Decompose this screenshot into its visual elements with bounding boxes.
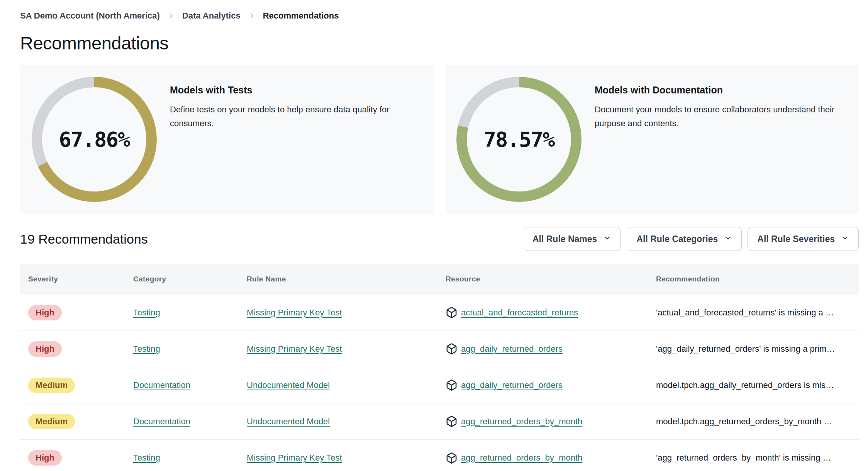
recommendation-text: model.tpch.agg_returned_orders_by_month … — [656, 417, 859, 427]
column-header-severity: Severity — [20, 275, 133, 283]
column-header-rule-name: Rule Name — [247, 275, 446, 283]
category-link[interactable]: Testing — [133, 308, 160, 317]
chevron-right-icon — [167, 12, 175, 20]
all-rule-severities-dropdown[interactable]: All Rule Severities — [748, 227, 859, 251]
models-with-documentation-donut-chart: 78.57% — [456, 77, 581, 202]
cube-icon — [446, 343, 458, 355]
recommendations-page: SA Demo Account (North America) Data Ana… — [0, 0, 868, 471]
card-text: Models with Tests Define tests on your m… — [170, 77, 417, 202]
category-link[interactable]: Testing — [133, 344, 160, 354]
resource-link[interactable]: agg_returned_orders_by_month — [461, 453, 582, 463]
breadcrumb-account-link[interactable]: SA Demo Account (North America) — [20, 11, 160, 21]
chevron-right-icon — [248, 12, 256, 20]
severity-badge: High — [28, 305, 62, 320]
resource-link[interactable]: agg_daily_returned_orders — [461, 380, 563, 390]
resource-link[interactable]: agg_returned_orders_by_month — [461, 417, 582, 427]
column-header-category: Category — [133, 275, 247, 283]
chevron-down-icon — [603, 234, 611, 244]
cube-icon — [446, 307, 458, 319]
page-title: Recommendations — [20, 32, 859, 54]
severity-badge: Medium — [28, 414, 75, 429]
resource-link[interactable]: actual_and_forecasted_returns — [461, 308, 578, 318]
card-description: Document your models to ensure collabora… — [595, 103, 842, 131]
dropdown-label: All Rule Categories — [636, 234, 718, 244]
chevron-down-icon — [724, 234, 732, 244]
list-header-row: 19 Recommendations All Rule Names All Ru… — [20, 227, 859, 251]
card-description: Define tests on your models to help ensu… — [170, 103, 417, 131]
table-header-row: Severity Category Rule Name Resource Rec… — [20, 264, 859, 295]
category-link[interactable]: Documentation — [133, 417, 190, 426]
rule-name-link[interactable]: Missing Primary Key Test — [247, 308, 342, 317]
breadcrumb-current: Recommendations — [263, 11, 339, 21]
recommendations-table: Severity Category Rule Name Resource Rec… — [20, 264, 859, 471]
recommendations-count-heading: 19 Recommendations — [20, 232, 148, 247]
severity-badge: High — [28, 341, 62, 357]
rule-name-link[interactable]: Missing Primary Key Test — [247, 453, 342, 463]
table-row: High Testing Missing Primary Key Test ag… — [20, 440, 859, 471]
dropdown-label: All Rule Severities — [757, 234, 835, 244]
severity-badge: Medium — [28, 378, 75, 393]
chevron-down-icon — [841, 234, 849, 244]
card-title: Models with Tests — [170, 85, 417, 96]
resource-link[interactable]: agg_daily_returned_orders — [461, 344, 563, 354]
breadcrumb-project-link[interactable]: Data Analytics — [182, 11, 241, 21]
card-text: Models with Documentation Document your … — [595, 77, 842, 202]
table-row: High Testing Missing Primary Key Test ac… — [20, 295, 859, 331]
donut-percentage-label: 78.57% — [483, 127, 554, 152]
dropdown-label: All Rule Names — [532, 234, 597, 244]
column-header-resource: Resource — [446, 275, 656, 283]
all-rule-names-dropdown[interactable]: All Rule Names — [523, 227, 621, 251]
cube-icon — [446, 452, 458, 464]
rule-name-link[interactable]: Missing Primary Key Test — [247, 344, 342, 354]
cube-icon — [446, 379, 458, 391]
rule-name-link[interactable]: Undocumented Model — [247, 380, 330, 390]
models-with-tests-card: 67.86% Models with Tests Define tests on… — [20, 65, 434, 214]
donut-percentage-label: 67.86% — [59, 127, 129, 152]
category-link[interactable]: Testing — [133, 453, 160, 463]
summary-cards: 67.86% Models with Tests Define tests on… — [20, 65, 859, 214]
recommendation-text: model.tpch.agg_daily_returned_orders is … — [656, 380, 859, 390]
card-title: Models with Documentation — [595, 85, 842, 96]
severity-badge: High — [28, 450, 62, 466]
table-row: Medium Documentation Undocumented Model … — [20, 403, 859, 440]
cube-icon — [446, 415, 458, 427]
all-rule-categories-dropdown[interactable]: All Rule Categories — [627, 227, 742, 251]
table-row: Medium Documentation Undocumented Model … — [20, 367, 859, 403]
recommendation-text: 'actual_and_forecasted_returns' is missi… — [656, 308, 859, 318]
breadcrumb: SA Demo Account (North America) Data Ana… — [20, 9, 859, 22]
category-link[interactable]: Documentation — [133, 380, 190, 390]
column-header-recommendation: Recommendation — [656, 275, 859, 283]
rule-name-link[interactable]: Undocumented Model — [247, 417, 330, 426]
models-with-tests-donut-chart: 67.86% — [32, 77, 157, 202]
table-row: High Testing Missing Primary Key Test ag… — [20, 331, 859, 367]
filter-bar: All Rule Names All Rule Categories All R… — [523, 227, 859, 251]
models-with-documentation-card: 78.57% Models with Documentation Documen… — [445, 65, 859, 214]
recommendation-text: 'agg_returned_orders_by_month' is missin… — [656, 453, 859, 463]
recommendation-text: 'agg_daily_returned_orders' is missing a… — [656, 344, 859, 354]
